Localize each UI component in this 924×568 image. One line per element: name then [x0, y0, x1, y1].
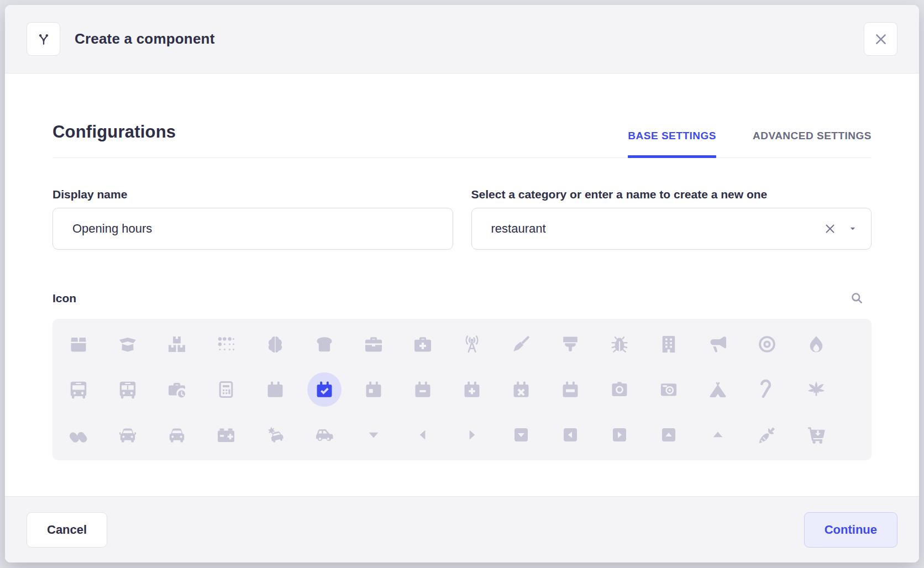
category-fieldbox [471, 208, 872, 250]
caret-square-left-icon[interactable] [545, 412, 595, 457]
caret-left-icon[interactable] [398, 412, 447, 457]
car-side-icon[interactable] [300, 412, 349, 457]
category-group: Select a category or enter a name to cre… [471, 188, 872, 250]
cart-arrow-down-icon[interactable] [791, 412, 841, 457]
caret-up-icon[interactable] [693, 412, 742, 457]
create-component-modal: Create a component Configurations BASE S… [5, 5, 919, 562]
search-icon[interactable] [849, 291, 864, 306]
cannabis-icon[interactable] [791, 367, 841, 412]
display-name-fieldbox [53, 208, 453, 250]
modal-footer: Cancel Continue [5, 496, 919, 562]
clear-x-icon[interactable] [823, 222, 837, 235]
box-icon[interactable] [54, 322, 103, 367]
car-crash-icon[interactable] [250, 412, 300, 457]
category-adornments [823, 222, 858, 235]
braille-icon[interactable] [201, 322, 250, 367]
tab-advanced-settings[interactable]: ADVANCED SETTINGS [753, 130, 872, 142]
form-fields-row: Display name Select a category or enter … [53, 188, 872, 250]
bus-alt-icon[interactable] [103, 367, 152, 412]
car-alt-icon[interactable] [152, 412, 201, 457]
business-time-icon[interactable] [152, 367, 201, 412]
close-icon [874, 32, 888, 46]
bullseye-icon[interactable] [742, 322, 791, 367]
display-name-input[interactable] [53, 222, 439, 236]
capsules-icon[interactable] [54, 412, 103, 457]
car-battery-icon[interactable] [201, 412, 250, 457]
display-name-group: Display name [53, 188, 453, 250]
icon-grid [53, 319, 872, 460]
caret-square-right-icon[interactable] [595, 412, 644, 457]
car-icon[interactable] [103, 412, 152, 457]
tab-base-settings[interactable]: BASE SETTINGS [628, 130, 716, 142]
boxes-stacked-icon[interactable] [152, 322, 201, 367]
display-name-label: Display name [53, 188, 453, 201]
calendar-day-icon[interactable] [349, 367, 398, 412]
broadcast-tower-icon[interactable] [447, 322, 496, 367]
brain-icon[interactable] [250, 322, 300, 367]
close-button[interactable] [864, 22, 897, 56]
icon-section-header: Icon [53, 291, 872, 306]
category-input[interactable] [472, 222, 824, 236]
bus-icon[interactable] [54, 367, 103, 412]
building-icon[interactable] [644, 322, 693, 367]
calendar-xmark-icon[interactable] [496, 367, 545, 412]
caret-square-down-icon[interactable] [496, 412, 545, 457]
calendar-week-icon[interactable] [545, 367, 595, 412]
icon-label: Icon [53, 292, 76, 305]
camera-retro-icon[interactable] [644, 367, 693, 412]
broom-icon[interactable] [496, 322, 545, 367]
continue-button[interactable]: Continue [804, 512, 897, 548]
bread-slice-icon[interactable] [300, 322, 349, 367]
settings-tabs: BASE SETTINGS ADVANCED SETTINGS [628, 130, 872, 142]
caret-down-icon[interactable] [349, 412, 398, 457]
bug-icon[interactable] [595, 322, 644, 367]
modal-header: Create a component [5, 5, 919, 73]
configurations-header-row: Configurations BASE SETTINGS ADVANCED SE… [53, 122, 872, 158]
category-label: Select a category or enter a name to cre… [471, 188, 872, 201]
calendar-minus-icon[interactable] [398, 367, 447, 412]
burn-icon[interactable] [791, 322, 841, 367]
box-open-icon[interactable] [103, 322, 152, 367]
modal-title: Create a component [75, 30, 215, 48]
calendar-check-icon[interactable] [300, 367, 349, 412]
briefcase-icon[interactable] [349, 322, 398, 367]
calendar-icon[interactable] [250, 367, 300, 412]
campground-icon[interactable] [693, 367, 742, 412]
caret-down-icon[interactable] [848, 224, 858, 234]
caret-square-up-icon[interactable] [644, 412, 693, 457]
briefcase-medical-icon[interactable] [398, 322, 447, 367]
brush-icon[interactable] [545, 322, 595, 367]
candy-cane-icon[interactable] [742, 367, 791, 412]
section-heading: Configurations [53, 122, 176, 142]
caret-right-icon[interactable] [447, 412, 496, 457]
calculator-icon[interactable] [201, 367, 250, 412]
modal-body: Configurations BASE SETTINGS ADVANCED SE… [5, 73, 919, 496]
cancel-button[interactable]: Cancel [27, 512, 107, 548]
carrot-icon[interactable] [742, 412, 791, 457]
component-branch-icon [27, 22, 60, 56]
bullhorn-icon[interactable] [693, 322, 742, 367]
camera-icon[interactable] [595, 367, 644, 412]
calendar-plus-icon[interactable] [447, 367, 496, 412]
